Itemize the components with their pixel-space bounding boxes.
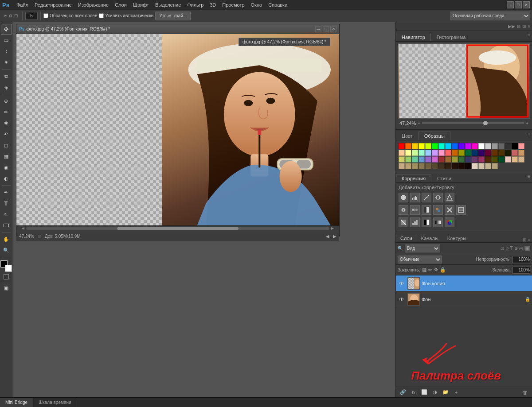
gradient-map-button[interactable] [433,217,443,227]
filter-icon1[interactable]: ⊡ [501,246,504,251]
swatch-color[interactable] [432,156,438,163]
swatch-color[interactable] [492,156,498,163]
zoom-minus-icon[interactable]: − [418,121,420,126]
menu-select[interactable]: Выделение [153,1,184,8]
delete-layer-button[interactable]: 🗑 [520,388,529,397]
opacity-input[interactable] [512,256,530,263]
dodge-tool[interactable]: ◐ [1,173,12,184]
swatch-color[interactable] [465,156,471,163]
swatch-color[interactable] [478,143,485,149]
marquee-tool[interactable]: ▭ [1,35,12,46]
swatch-color[interactable] [419,163,425,169]
swatch-color[interactable] [432,150,438,156]
gradient-tool[interactable]: ▦ [1,151,12,162]
swatch-color[interactable] [458,156,465,163]
black-white-button[interactable] [422,205,431,215]
lock-brush-icon[interactable]: ✏ [428,267,432,273]
swatch-color[interactable] [512,150,518,156]
h-scrollbar[interactable]: ◀ ▶ [16,225,339,231]
swatch-color[interactable] [419,143,425,149]
path-selection-tool[interactable]: ↖ [1,209,12,220]
workspace-select[interactable]: Основная рабочая среда [450,12,530,20]
color-balance-button[interactable] [410,205,420,215]
tab-color[interactable]: Цвет [396,132,419,140]
swatch-color[interactable] [445,163,451,169]
swatch-color[interactable] [425,156,431,163]
brush-size-input[interactable] [25,12,38,20]
add-style-button[interactable]: fx [409,388,418,397]
swatch-color[interactable] [405,163,411,169]
swatch-color[interactable] [505,156,511,163]
blur-tool[interactable]: ◉ [1,162,12,173]
swatch-color[interactable] [438,163,445,169]
swatch-color[interactable] [438,143,445,149]
channel-mixer-button[interactable] [445,205,454,215]
swatch-color[interactable] [472,143,478,149]
panel-icon1[interactable]: ▶▶ [508,24,515,29]
swatch-color[interactable] [498,156,505,163]
swatch-color[interactable] [419,156,425,163]
swatch-color[interactable] [485,143,491,149]
tab-navigator[interactable]: Навигатор [396,33,431,41]
swatch-color[interactable] [458,150,465,156]
swatch-color[interactable] [518,150,524,156]
levels-button[interactable] [410,193,420,202]
new-layer-button[interactable]: + [452,388,461,397]
swatch-color[interactable] [452,143,458,149]
h-scroll-track[interactable] [26,227,329,230]
swatch-color[interactable] [465,163,471,169]
swatches-menu-button[interactable]: ≡ [528,132,530,136]
blend-mode-select[interactable]: Обычные [398,256,442,264]
swatch-color[interactable] [412,150,418,156]
swatch-color[interactable] [432,163,438,169]
panel-icon4[interactable]: ≡ [528,24,530,29]
menu-image[interactable]: Изображение [75,1,111,8]
swatch-color[interactable] [405,143,411,149]
photo-filter-button[interactable] [433,205,443,215]
doc-minimize-button[interactable]: — [315,26,321,32]
zoom-slider[interactable] [422,122,524,124]
swatch-color[interactable] [412,156,418,163]
swatch-color[interactable] [399,150,405,156]
swatch-color[interactable] [412,163,418,169]
tab-layers[interactable]: Слои [396,234,417,242]
swatch-color[interactable] [452,156,458,163]
doc-close-button[interactable]: ✕ [330,26,336,32]
menu-help[interactable]: Справка [266,1,290,8]
vibrance-button[interactable] [445,193,454,202]
swatch-color[interactable] [452,163,458,169]
menu-edit[interactable]: Редактирование [32,1,74,8]
scroll-right-arrow[interactable]: ▶ [331,226,334,230]
posterize-button[interactable] [410,217,420,227]
move-tool[interactable]: ✥ [1,24,12,35]
h-scroll-thumb[interactable] [117,227,239,230]
swatch-color[interactable] [492,150,498,156]
sample-all-layers-checkbox[interactable] [43,13,48,18]
quick-mask-button[interactable] [4,274,9,279]
tab-channels[interactable]: Каналы [417,234,443,242]
filter-icon4[interactable]: ⊛ [514,246,518,251]
threshold-button[interactable] [422,217,431,227]
swatch-color[interactable] [498,143,505,149]
layer-item[interactable]: 👁 Фон копия [396,275,532,291]
tab-styles[interactable]: Стили [431,174,457,182]
crop-tool[interactable]: ⧉ [1,71,12,81]
tab-histogram[interactable]: Гистограмма [431,33,472,41]
swatch-color[interactable] [419,150,425,156]
layer-visibility-toggle[interactable]: 👁 [398,279,406,287]
swatch-color[interactable] [478,163,485,169]
lock-checkerboard-icon[interactable]: ▦ [422,267,426,273]
hue-saturation-button[interactable] [399,205,408,215]
lasso-tool[interactable]: ⌇ [1,46,12,57]
zoom-slider-thumb[interactable] [483,121,488,125]
eyedropper-tool[interactable]: ◈ [1,82,12,93]
clone-tool[interactable]: ✱ [1,118,12,128]
swatch-color[interactable] [518,156,524,163]
correction-menu-button[interactable]: ≡ [528,174,530,179]
scroll-nav-left[interactable]: ◀ [326,234,329,239]
swatch-color[interactable] [505,150,511,156]
swatch-color[interactable] [425,163,431,169]
menu-file[interactable]: Файл [14,1,31,8]
swatch-color[interactable] [472,163,478,169]
swatch-color[interactable] [512,156,518,163]
